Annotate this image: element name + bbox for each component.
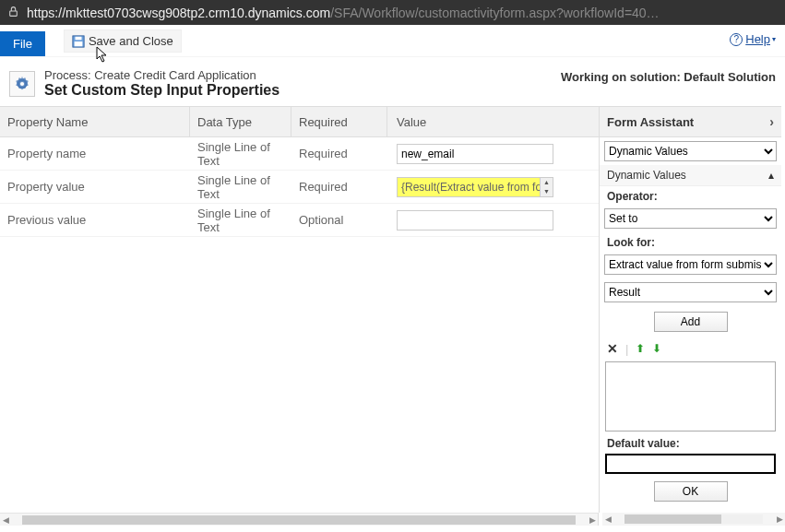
help-link[interactable]: ? Help ▾ <box>730 32 776 46</box>
value-list-toolbar: ✕ | ⬆ ⬇ <box>600 337 781 360</box>
page-header: Process: Create Credit Card Application … <box>0 57 785 106</box>
cell-data-type: Single Line of Text <box>190 171 291 203</box>
save-icon <box>72 35 85 48</box>
process-gear-icon <box>9 71 35 97</box>
scroll-right-icon[interactable]: ▶ <box>587 515 598 525</box>
lock-icon <box>7 6 19 20</box>
cell-property-name: Previous value <box>0 204 190 236</box>
chevron-up-icon[interactable]: ▲ <box>541 178 553 187</box>
chevron-down-icon[interactable]: ▼ <box>541 187 553 196</box>
look-for-entity-select[interactable]: Extract value from form submission <box>604 254 777 275</box>
ok-button[interactable]: OK <box>654 481 728 502</box>
scroll-left-icon[interactable]: ◀ <box>0 515 11 525</box>
cell-property-name: Property value <box>0 171 190 203</box>
cell-required: Required <box>291 137 387 170</box>
svg-rect-3 <box>75 41 83 46</box>
cell-required: Required <box>291 171 387 203</box>
file-menu-button[interactable]: File <box>0 31 45 56</box>
browser-url-bar: https://mkttest0703cwsg908tp2.crm10.dyna… <box>0 0 785 25</box>
move-down-icon[interactable]: ⬇ <box>652 342 661 355</box>
scroll-left-icon[interactable]: ◀ <box>602 514 613 524</box>
operator-select[interactable]: Set to <box>604 208 777 229</box>
process-name: Process: Create Credit Card Application <box>44 68 280 82</box>
dynamic-values-type-select[interactable]: Dynamic Values <box>604 141 777 161</box>
look-for-label: Look for: <box>600 232 781 251</box>
cell-data-type: Single Line of Text <box>190 204 291 236</box>
svg-rect-0 <box>10 10 18 15</box>
cell-required: Optional <box>291 204 387 236</box>
separator: | <box>625 342 628 356</box>
form-assistant-pane: Form Assistant › Dynamic Values Dynamic … <box>599 106 781 513</box>
default-value-label: Default value: <box>600 433 781 452</box>
help-icon: ? <box>730 33 743 46</box>
command-bar: File Save and Close ? Help ▾ <box>0 25 785 57</box>
collapse-up-icon: ▴ <box>768 169 774 182</box>
help-label: Help <box>745 32 770 46</box>
move-up-icon[interactable]: ⬆ <box>636 342 645 355</box>
chevron-down-icon: ▾ <box>772 35 776 43</box>
grid-row: Property value Single Line of Text Requi… <box>0 171 599 204</box>
svg-point-6 <box>20 81 24 85</box>
value-text: {Result(Extract value from form <box>398 178 540 196</box>
dynamic-values-section[interactable]: Dynamic Values ▴ <box>600 165 781 186</box>
chevron-right-icon: › <box>769 114 774 129</box>
form-assistant-title: Form Assistant <box>607 115 694 129</box>
grid-row: Previous value Single Line of Text Optio… <box>0 204 599 237</box>
spinner-arrows[interactable]: ▲▼ <box>540 178 553 196</box>
default-value-input[interactable] <box>605 454 776 474</box>
left-horizontal-scrollbar[interactable]: ◀ ▶ <box>0 513 599 526</box>
value-input-property-name[interactable] <box>397 144 553 164</box>
form-assistant-header[interactable]: Form Assistant › <box>600 106 781 137</box>
url-text: https://mkttest0703cwsg908tp2.crm10.dyna… <box>27 6 660 20</box>
col-header-property-name[interactable]: Property Name <box>0 107 190 136</box>
look-for-field-select[interactable]: Result <box>604 282 777 302</box>
delete-icon[interactable]: ✕ <box>607 341 618 356</box>
right-horizontal-scrollbar[interactable]: ◀ ▶ <box>602 513 785 526</box>
values-list-textarea[interactable] <box>605 361 776 432</box>
grid-header-row: Property Name Data Type Required Value <box>0 106 599 137</box>
scroll-right-icon[interactable]: ▶ <box>774 514 785 524</box>
svg-rect-2 <box>75 36 81 40</box>
save-and-close-button[interactable]: Save and Close <box>64 30 182 53</box>
dynamic-values-label: Dynamic Values <box>607 169 686 182</box>
value-input-previous-value[interactable] <box>397 210 553 231</box>
cell-data-type: Single Line of Text <box>190 137 291 170</box>
page-title: Set Custom Step Input Properties <box>44 82 280 99</box>
operator-label: Operator: <box>600 186 781 205</box>
properties-grid: Property Name Data Type Required Value P… <box>0 106 599 513</box>
col-header-value[interactable]: Value <box>387 107 599 136</box>
col-header-required[interactable]: Required <box>291 107 387 136</box>
save-and-close-label: Save and Close <box>89 34 173 48</box>
col-header-data-type[interactable]: Data Type <box>190 107 291 136</box>
solution-label: Working on solution: Default Solution <box>561 70 776 84</box>
add-button[interactable]: Add <box>654 312 728 332</box>
cell-property-name: Property name <box>0 137 190 170</box>
value-input-property-value[interactable]: {Result(Extract value from form ▲▼ <box>397 177 553 197</box>
grid-row: Property name Single Line of Text Requir… <box>0 137 599 171</box>
